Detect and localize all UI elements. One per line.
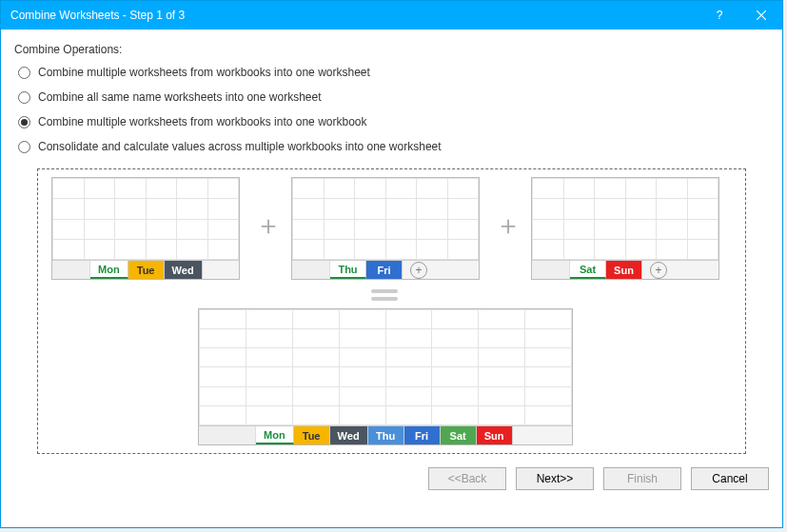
tab-sun: Sun: [606, 261, 642, 279]
tab-strip: Sat Sun +: [532, 260, 718, 279]
tab-sat: Sat: [441, 426, 477, 444]
add-sheet-icon: +: [410, 262, 427, 279]
dialog-window: Combine Worksheets - Step 1 of 3 ? Combi…: [0, 0, 783, 528]
radio-label: Combine multiple worksheets from workboo…: [38, 66, 370, 79]
tab-mon: Mon: [90, 261, 128, 279]
tab-thu: Thu: [330, 261, 366, 279]
sheet-grid: [52, 178, 239, 260]
back-button[interactable]: <<Back: [428, 467, 506, 490]
plus-icon: ＋: [495, 207, 521, 244]
radio-icon: [18, 141, 30, 153]
add-sheet-icon: +: [650, 262, 667, 279]
tab-tue: Tue: [294, 426, 330, 444]
next-button[interactable]: Next>>: [516, 467, 594, 490]
tab-wed: Wed: [165, 261, 203, 279]
tab-add-area: +: [403, 261, 479, 279]
radio-icon: [18, 67, 30, 79]
tab-thu: Thu: [368, 426, 404, 444]
tab-add-area: +: [642, 261, 718, 279]
tab-strip: Mon Tue Wed Thu Fri Sat Sun: [199, 425, 572, 444]
tab-fri: Fri: [404, 426, 441, 444]
tab-strip: Thu Fri +: [292, 260, 479, 279]
tab-strip: Mon Tue Wed: [52, 260, 239, 279]
tab-fri: Fri: [366, 261, 403, 279]
sheet-grid: [199, 309, 572, 425]
cancel-button[interactable]: Cancel: [691, 467, 769, 490]
content-area: Combine Operations: Combine multiple wor…: [1, 30, 782, 454]
radio-group: Combine multiple worksheets from workboo…: [18, 66, 769, 153]
workbook-1: Mon Tue Wed: [51, 177, 240, 280]
finish-button[interactable]: Finish: [603, 467, 681, 490]
plus-icon: ＋: [255, 207, 282, 244]
result-workbook: Mon Tue Wed Thu Fri Sat Sun: [198, 308, 573, 445]
workbook-2: Thu Fri +: [291, 177, 480, 280]
sheet-grid: [532, 178, 718, 260]
radio-option-4[interactable]: Consolidate and calculate values across …: [18, 140, 769, 153]
tab-spacer: [199, 426, 256, 444]
radio-label: Combine multiple worksheets from workboo…: [38, 115, 367, 128]
tab-sun: Sun: [477, 426, 513, 444]
radio-option-1[interactable]: Combine multiple worksheets from workboo…: [18, 66, 769, 79]
tab-mon: Mon: [256, 426, 294, 444]
radio-label: Consolidate and calculate values across …: [38, 140, 442, 153]
radio-icon: [18, 91, 30, 104]
illustration-panel: Mon Tue Wed ＋ Thu Fri +: [37, 168, 746, 454]
tab-sat: Sat: [570, 261, 606, 279]
tab-wed: Wed: [330, 426, 368, 444]
title-bar: Combine Worksheets - Step 1 of 3 ?: [1, 1, 782, 30]
tab-tue: Tue: [128, 261, 165, 279]
close-button[interactable]: [740, 1, 782, 30]
button-row: <<Back Next>> Finish Cancel: [1, 454, 782, 502]
tab-spacer: [532, 261, 570, 279]
help-button[interactable]: ?: [698, 1, 740, 30]
radio-option-3[interactable]: Combine multiple worksheets from workboo…: [18, 115, 769, 128]
workbook-3: Sat Sun +: [531, 177, 719, 280]
equals-icon: [371, 289, 398, 301]
sheet-grid: [292, 178, 479, 260]
tab-spacer: [52, 261, 90, 279]
radio-icon: [18, 116, 30, 128]
close-icon: [757, 10, 766, 20]
radio-option-2[interactable]: Combine all same name worksheets into on…: [18, 90, 769, 104]
dialog-title: Combine Worksheets - Step 1 of 3: [10, 9, 698, 22]
tab-spacer: [292, 261, 330, 279]
radio-label: Combine all same name worksheets into on…: [38, 90, 321, 104]
group-label: Combine Operations:: [14, 43, 769, 56]
